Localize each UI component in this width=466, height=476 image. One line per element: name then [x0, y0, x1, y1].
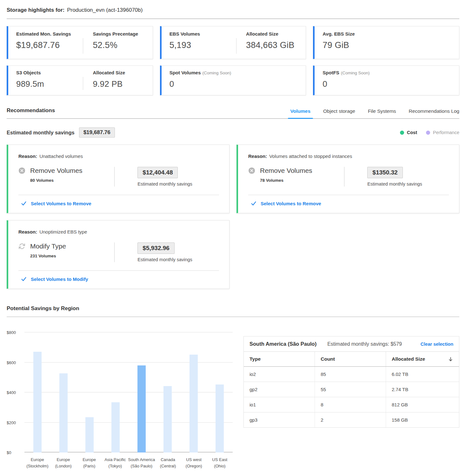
legend-label: Performance [433, 130, 459, 135]
chart-bar-europe-london-[interactable] [59, 373, 68, 452]
cell-type: gp2 [244, 382, 315, 397]
action-title: Remove Volumes [260, 167, 312, 174]
chart-bar-slot [24, 332, 50, 452]
stat-card-monthly-savings: Estimated Mon. Savings $19,687.76 Saving… [7, 26, 153, 59]
chart-bar-slot [181, 332, 207, 452]
select-volumes-to-remove-button[interactable]: Select Volumes to Remove [248, 195, 449, 213]
stat-value: $19,687.76 [16, 40, 83, 50]
savings-summary-label: Estimated monthly savings [7, 130, 75, 136]
chart-xtick-label: Europe(Paris) [76, 457, 102, 469]
account-name: Production_evn (act-1396070b) [67, 7, 143, 13]
stat-label: Savings Precentage [93, 31, 144, 37]
reason-line: Reason:Unattached volumes [18, 153, 219, 159]
clear-selection-link[interactable]: Clear selection [421, 342, 453, 347]
reason-line: Reason:Unoptimized EBS type [18, 229, 219, 235]
chart-bar-canada-central-[interactable] [163, 386, 172, 452]
region-panel-savings: Estimated monthly savings: $579 [327, 341, 402, 347]
table-row: gp2 55 2.74 TB [244, 382, 459, 397]
chart-ytick-label: $400 [7, 390, 21, 395]
stat-label-text: Spot Volumes [170, 70, 201, 75]
stat-label: Avg. EBS Size [323, 31, 355, 37]
action-row: Modify Type 231 Volumes $5,932.96 Estima… [18, 242, 219, 262]
select-volumes-to-remove-button[interactable]: Select Volumes to Remove [18, 195, 219, 213]
stat-value: 989.5m [16, 79, 83, 89]
column-header-label: Allocated Size [392, 356, 425, 362]
stat-ebs-volumes: EBS Volumes 5,193 [170, 31, 236, 59]
action-left: Remove Volumes 78 Volumes [248, 167, 344, 187]
reason-text: Unattached volumes [39, 153, 83, 159]
reason-text: Volumes attached to stopped instances [269, 153, 352, 159]
cell-allocated-size: 158 GB [386, 412, 459, 428]
chart-legend: Cost Performance [400, 130, 459, 135]
region-section-divider [7, 316, 459, 317]
chart-bar-slot [155, 332, 181, 452]
stat-label: Spot Volumes(Coming Soon) [170, 70, 231, 75]
savings-caption: Estimated monthly savings [367, 181, 422, 187]
stat-estimated-mon-savings: Estimated Mon. Savings $19,687.76 [16, 31, 83, 59]
select-volumes-link-label: Select Volumes to Modify [31, 276, 88, 282]
rec-card-unattached-volumes: Reason:Unattached volumes Remove Volumes… [7, 145, 230, 213]
tab-recommendations-log[interactable]: Recommendations Log [409, 108, 459, 118]
region-panel-title: South America (São Paulo) [250, 341, 316, 347]
legend-item-performance: Performance [426, 130, 459, 135]
sort-descending-icon[interactable] [448, 357, 453, 362]
chart-bar-us-west-oregon-[interactable] [190, 355, 198, 452]
chart-bar-slot [129, 332, 155, 452]
chart-xtick-label: Europe(London) [50, 457, 77, 469]
check-icon [21, 276, 27, 282]
region-panel-header: South America (São Paulo) Estimated mont… [244, 337, 459, 352]
table-row: io1 8 812 GB [244, 397, 459, 412]
stat-card-spotfs: SpotFS(Coming Soon) 0 [313, 65, 459, 95]
select-volumes-link-label: Select Volumes to Remove [261, 201, 321, 206]
check-icon [251, 201, 256, 206]
chart-bar-asia-pacific-tokyo-[interactable] [111, 402, 120, 452]
action-right: $5,932.96 Estimated monthly savings [115, 242, 192, 262]
volume-count: 80 Volumes [30, 178, 114, 183]
chart-bar-us-east-ohio-[interactable] [216, 384, 224, 453]
cell-count: 85 [315, 367, 386, 382]
legend-item-cost: Cost [400, 130, 417, 135]
stat-value: 5,193 [170, 40, 236, 50]
stat-value: 384,663 GiB [246, 40, 298, 50]
rec-card-unoptimized-ebs-type: Reason:Unoptimized EBS type Modify Type … [7, 220, 230, 289]
action-right: $1350.32 Estimated monthly savings [344, 167, 422, 187]
performance-dot-icon [426, 131, 430, 135]
volume-count: 231 Volumes [30, 254, 114, 258]
table-row: gp3 2 158 GB [244, 412, 459, 428]
stat-cards-grid: Estimated Mon. Savings $19,687.76 Saving… [7, 26, 459, 95]
tab-volumes[interactable]: Volumes [290, 108, 310, 118]
reason-line: Reason:Volumes attached to stopped insta… [248, 153, 449, 159]
stat-value: 79 GiB [323, 40, 355, 50]
stat-avg-ebs-size: Avg. EBS Size 79 GiB [323, 31, 355, 59]
cell-allocated-size: 812 GB [386, 397, 459, 412]
action-left: Remove Volumes 80 Volumes [18, 167, 115, 187]
chart-bar-europe-stockholm-[interactable] [33, 352, 42, 452]
savings-amount-badge: $5,932.96 [137, 242, 175, 254]
table-row: io2 85 6.02 TB [244, 367, 459, 382]
stat-label: EBS Volumes [170, 31, 236, 37]
chart-xtick-label: US west(Oregon) [181, 457, 207, 469]
page-title-label: Storage highlights for: [7, 7, 64, 13]
savings-summary-row: Estimated monthly savings $19,687.76 Cos… [7, 127, 459, 138]
chart-bar-south-america-s-o-paulo-[interactable] [137, 365, 146, 452]
column-header-count[interactable]: Count [315, 352, 386, 367]
chart-bar-slot [50, 332, 77, 452]
cell-count: 2 [315, 412, 386, 428]
stat-value: 0 [323, 79, 369, 89]
chart-xtick-label: US East(Ohio) [207, 457, 233, 469]
chart-bar-europe-paris-[interactable] [85, 417, 94, 452]
header-divider [7, 18, 459, 19]
reason-label: Reason: [18, 153, 37, 159]
cost-dot-icon [400, 131, 404, 135]
select-volumes-to-modify-button[interactable]: Select Volumes to Modify [18, 271, 219, 289]
stat-s3-allocated-size: Allocated Size 9.92 PB [83, 70, 144, 95]
legend-label: Cost [407, 130, 417, 135]
recommendations-title: Recommendations [7, 107, 55, 118]
tab-file-systems[interactable]: File Systems [368, 108, 396, 118]
tab-object-storage[interactable]: Object storage [323, 108, 355, 118]
table-header-row: Type Count Allocated Size [244, 352, 459, 367]
column-header-type[interactable]: Type [244, 352, 315, 367]
region-volumes-table: Type Count Allocated Size io [244, 352, 459, 427]
stat-label: S3 Objects [16, 70, 83, 75]
column-header-allocated-size[interactable]: Allocated Size [386, 352, 459, 367]
